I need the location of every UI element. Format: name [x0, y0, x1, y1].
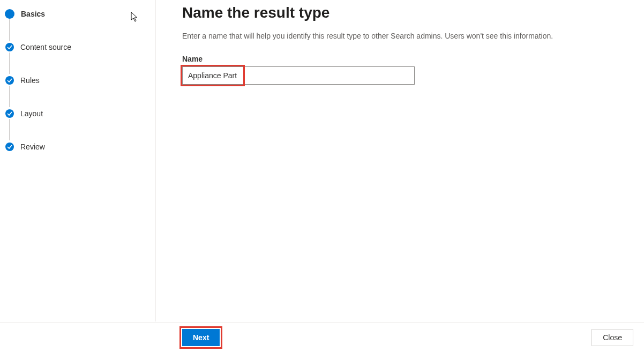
step-layout[interactable]: Layout	[3, 107, 155, 120]
vertical-divider	[155, 0, 156, 321]
name-input[interactable]	[182, 66, 415, 85]
step-rules[interactable]: Rules	[3, 74, 155, 87]
step-connector	[9, 19, 10, 41]
step-basics[interactable]: Basics	[3, 8, 155, 20]
page-title: Name the result type	[182, 4, 633, 21]
step-content-source[interactable]: Content source	[3, 41, 155, 54]
next-button[interactable]: Next	[182, 329, 220, 346]
step-label: Review	[20, 143, 45, 151]
step-label: Basics	[21, 10, 45, 18]
step-connector	[9, 119, 10, 140]
step-review[interactable]: Review	[3, 140, 155, 153]
main-content: Name the result type Enter a name that w…	[182, 4, 633, 86]
step-list: Basics Content source Rules Layout	[3, 8, 155, 153]
name-field-label: Name	[182, 55, 633, 63]
step-marker-current-icon	[5, 9, 14, 19]
step-connector	[9, 86, 10, 107]
step-connector	[9, 53, 10, 74]
next-button-wrap: Next	[182, 329, 220, 346]
name-input-row	[182, 66, 633, 86]
wizard-footer: Next Close	[0, 322, 644, 352]
close-button[interactable]: Close	[591, 329, 633, 346]
checkmark-icon	[5, 109, 14, 118]
checkmark-icon	[5, 143, 14, 151]
step-label: Rules	[20, 76, 40, 85]
step-label: Layout	[20, 109, 43, 118]
wizard-sidebar: Basics Content source Rules Layout	[0, 0, 155, 321]
checkmark-icon	[5, 76, 14, 85]
step-label: Content source	[20, 43, 71, 51]
page-description: Enter a name that will help you identify…	[182, 31, 633, 42]
checkmark-icon	[5, 43, 14, 51]
